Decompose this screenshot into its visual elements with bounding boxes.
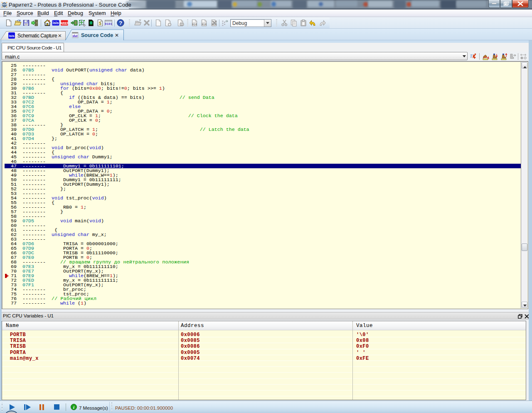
svg-text:010: 010 (202, 23, 207, 26)
svg-text:ARES: ARES (61, 21, 68, 25)
svg-text:?: ? (119, 20, 122, 26)
svg-text:$: $ (99, 21, 101, 26)
svg-text:010: 010 (192, 23, 197, 26)
svg-text:isis: isis (53, 21, 59, 25)
svg-text:0101: 0101 (105, 22, 112, 26)
svg-text:isis: isis (9, 34, 15, 38)
